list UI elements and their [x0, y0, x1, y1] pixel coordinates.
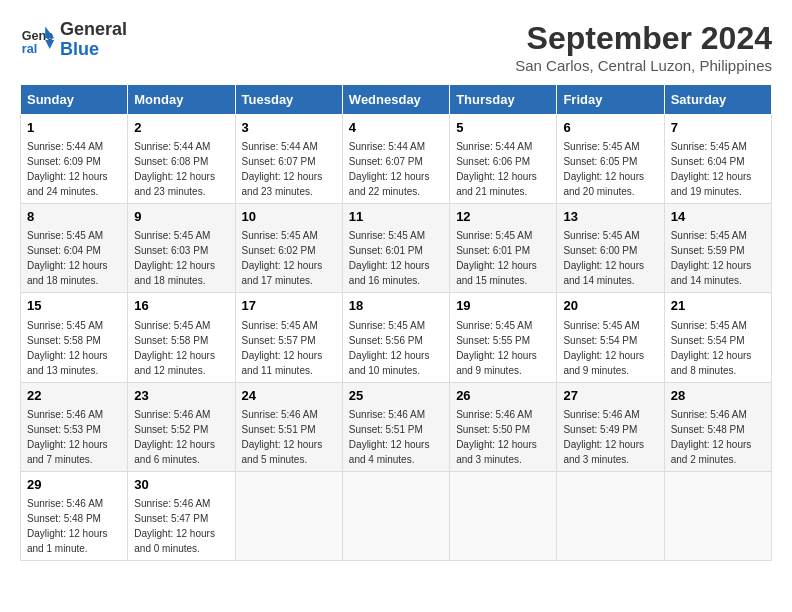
month-title: September 2024: [515, 20, 772, 57]
calendar-cell: [557, 471, 664, 560]
calendar-cell: 9 Sunrise: 5:45 AM Sunset: 6:03 PM Dayli…: [128, 204, 235, 293]
day-number: 15: [27, 297, 121, 315]
calendar-cell: 5 Sunrise: 5:44 AM Sunset: 6:06 PM Dayli…: [450, 115, 557, 204]
calendar-cell: 14 Sunrise: 5:45 AM Sunset: 5:59 PM Dayl…: [664, 204, 771, 293]
header-saturday: Saturday: [664, 85, 771, 115]
day-info: Sunrise: 5:46 AM Sunset: 5:52 PM Dayligh…: [134, 407, 228, 467]
calendar-cell: 10 Sunrise: 5:45 AM Sunset: 6:02 PM Dayl…: [235, 204, 342, 293]
day-info: Sunrise: 5:46 AM Sunset: 5:53 PM Dayligh…: [27, 407, 121, 467]
header-tuesday: Tuesday: [235, 85, 342, 115]
day-number: 30: [134, 476, 228, 494]
calendar-cell: 13 Sunrise: 5:45 AM Sunset: 6:00 PM Dayl…: [557, 204, 664, 293]
day-number: 1: [27, 119, 121, 137]
day-number: 4: [349, 119, 443, 137]
day-info: Sunrise: 5:45 AM Sunset: 6:01 PM Dayligh…: [456, 228, 550, 288]
day-info: Sunrise: 5:44 AM Sunset: 6:07 PM Dayligh…: [349, 139, 443, 199]
calendar-cell: 29 Sunrise: 5:46 AM Sunset: 5:48 PM Dayl…: [21, 471, 128, 560]
day-number: 27: [563, 387, 657, 405]
calendar-cell: [664, 471, 771, 560]
calendar-cell: 16 Sunrise: 5:45 AM Sunset: 5:58 PM Dayl…: [128, 293, 235, 382]
day-info: Sunrise: 5:45 AM Sunset: 5:57 PM Dayligh…: [242, 318, 336, 378]
day-info: Sunrise: 5:46 AM Sunset: 5:51 PM Dayligh…: [242, 407, 336, 467]
day-number: 8: [27, 208, 121, 226]
day-info: Sunrise: 5:45 AM Sunset: 6:02 PM Dayligh…: [242, 228, 336, 288]
header-thursday: Thursday: [450, 85, 557, 115]
day-number: 18: [349, 297, 443, 315]
calendar-cell: 17 Sunrise: 5:45 AM Sunset: 5:57 PM Dayl…: [235, 293, 342, 382]
header-monday: Monday: [128, 85, 235, 115]
location-subtitle: San Carlos, Central Luzon, Philippines: [515, 57, 772, 74]
calendar-cell: 24 Sunrise: 5:46 AM Sunset: 5:51 PM Dayl…: [235, 382, 342, 471]
logo-line1: General: [60, 20, 127, 40]
day-info: Sunrise: 5:45 AM Sunset: 5:59 PM Dayligh…: [671, 228, 765, 288]
day-number: 9: [134, 208, 228, 226]
calendar-cell: [235, 471, 342, 560]
day-info: Sunrise: 5:45 AM Sunset: 6:03 PM Dayligh…: [134, 228, 228, 288]
day-info: Sunrise: 5:46 AM Sunset: 5:49 PM Dayligh…: [563, 407, 657, 467]
day-number: 26: [456, 387, 550, 405]
calendar-cell: 1 Sunrise: 5:44 AM Sunset: 6:09 PM Dayli…: [21, 115, 128, 204]
day-info: Sunrise: 5:46 AM Sunset: 5:48 PM Dayligh…: [27, 496, 121, 556]
day-info: Sunrise: 5:45 AM Sunset: 5:58 PM Dayligh…: [134, 318, 228, 378]
calendar-cell: [450, 471, 557, 560]
calendar-cell: 8 Sunrise: 5:45 AM Sunset: 6:04 PM Dayli…: [21, 204, 128, 293]
day-number: 19: [456, 297, 550, 315]
day-number: 24: [242, 387, 336, 405]
day-info: Sunrise: 5:44 AM Sunset: 6:08 PM Dayligh…: [134, 139, 228, 199]
calendar-cell: 11 Sunrise: 5:45 AM Sunset: 6:01 PM Dayl…: [342, 204, 449, 293]
title-area: September 2024 San Carlos, Central Luzon…: [515, 20, 772, 74]
calendar-week-row: 22 Sunrise: 5:46 AM Sunset: 5:53 PM Dayl…: [21, 382, 772, 471]
day-number: 6: [563, 119, 657, 137]
day-number: 13: [563, 208, 657, 226]
day-info: Sunrise: 5:45 AM Sunset: 5:56 PM Dayligh…: [349, 318, 443, 378]
day-info: Sunrise: 5:44 AM Sunset: 6:09 PM Dayligh…: [27, 139, 121, 199]
calendar-cell: 3 Sunrise: 5:44 AM Sunset: 6:07 PM Dayli…: [235, 115, 342, 204]
day-number: 17: [242, 297, 336, 315]
day-number: 2: [134, 119, 228, 137]
calendar-cell: 2 Sunrise: 5:44 AM Sunset: 6:08 PM Dayli…: [128, 115, 235, 204]
calendar-cell: [342, 471, 449, 560]
day-number: 29: [27, 476, 121, 494]
day-info: Sunrise: 5:45 AM Sunset: 6:04 PM Dayligh…: [27, 228, 121, 288]
day-info: Sunrise: 5:45 AM Sunset: 6:04 PM Dayligh…: [671, 139, 765, 199]
calendar-cell: 23 Sunrise: 5:46 AM Sunset: 5:52 PM Dayl…: [128, 382, 235, 471]
logo: Gene ral General Blue: [20, 20, 127, 60]
header-friday: Friday: [557, 85, 664, 115]
day-number: 3: [242, 119, 336, 137]
day-info: Sunrise: 5:44 AM Sunset: 6:07 PM Dayligh…: [242, 139, 336, 199]
day-number: 23: [134, 387, 228, 405]
header: Gene ral General Blue September 2024 San…: [20, 20, 772, 74]
day-info: Sunrise: 5:45 AM Sunset: 6:05 PM Dayligh…: [563, 139, 657, 199]
calendar-cell: 4 Sunrise: 5:44 AM Sunset: 6:07 PM Dayli…: [342, 115, 449, 204]
svg-marker-3: [45, 40, 54, 49]
day-number: 7: [671, 119, 765, 137]
calendar-cell: 27 Sunrise: 5:46 AM Sunset: 5:49 PM Dayl…: [557, 382, 664, 471]
day-info: Sunrise: 5:45 AM Sunset: 5:55 PM Dayligh…: [456, 318, 550, 378]
header-sunday: Sunday: [21, 85, 128, 115]
calendar-cell: 21 Sunrise: 5:45 AM Sunset: 5:54 PM Dayl…: [664, 293, 771, 382]
day-info: Sunrise: 5:45 AM Sunset: 6:00 PM Dayligh…: [563, 228, 657, 288]
calendar-week-row: 15 Sunrise: 5:45 AM Sunset: 5:58 PM Dayl…: [21, 293, 772, 382]
day-number: 21: [671, 297, 765, 315]
calendar-cell: 7 Sunrise: 5:45 AM Sunset: 6:04 PM Dayli…: [664, 115, 771, 204]
calendar-cell: 20 Sunrise: 5:45 AM Sunset: 5:54 PM Dayl…: [557, 293, 664, 382]
day-info: Sunrise: 5:46 AM Sunset: 5:47 PM Dayligh…: [134, 496, 228, 556]
calendar-cell: 15 Sunrise: 5:45 AM Sunset: 5:58 PM Dayl…: [21, 293, 128, 382]
day-number: 20: [563, 297, 657, 315]
day-number: 12: [456, 208, 550, 226]
day-info: Sunrise: 5:45 AM Sunset: 5:58 PM Dayligh…: [27, 318, 121, 378]
calendar-cell: 22 Sunrise: 5:46 AM Sunset: 5:53 PM Dayl…: [21, 382, 128, 471]
day-info: Sunrise: 5:44 AM Sunset: 6:06 PM Dayligh…: [456, 139, 550, 199]
calendar-week-row: 8 Sunrise: 5:45 AM Sunset: 6:04 PM Dayli…: [21, 204, 772, 293]
calendar-cell: 18 Sunrise: 5:45 AM Sunset: 5:56 PM Dayl…: [342, 293, 449, 382]
day-number: 16: [134, 297, 228, 315]
calendar-week-row: 1 Sunrise: 5:44 AM Sunset: 6:09 PM Dayli…: [21, 115, 772, 204]
logo-line2: Blue: [60, 40, 127, 60]
calendar-cell: 6 Sunrise: 5:45 AM Sunset: 6:05 PM Dayli…: [557, 115, 664, 204]
day-number: 22: [27, 387, 121, 405]
calendar-week-row: 29 Sunrise: 5:46 AM Sunset: 5:48 PM Dayl…: [21, 471, 772, 560]
calendar-table: SundayMondayTuesdayWednesdayThursdayFrid…: [20, 84, 772, 561]
day-info: Sunrise: 5:45 AM Sunset: 5:54 PM Dayligh…: [563, 318, 657, 378]
calendar-cell: 12 Sunrise: 5:45 AM Sunset: 6:01 PM Dayl…: [450, 204, 557, 293]
day-info: Sunrise: 5:45 AM Sunset: 5:54 PM Dayligh…: [671, 318, 765, 378]
